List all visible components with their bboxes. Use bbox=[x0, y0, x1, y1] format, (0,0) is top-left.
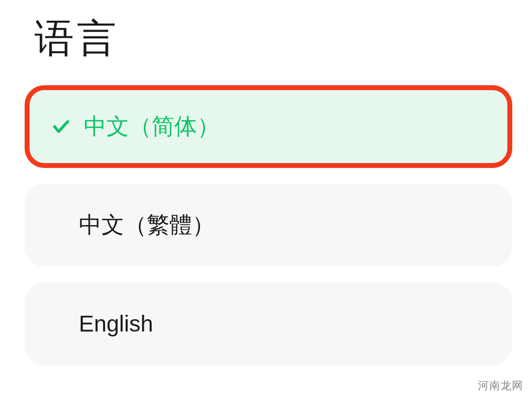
language-option-traditional-chinese[interactable]: 中文（繁體） bbox=[25, 184, 512, 266]
check-icon bbox=[51, 117, 71, 136]
page-title: 语言 bbox=[34, 12, 512, 66]
language-option-english[interactable]: English bbox=[25, 282, 512, 365]
option-label: 中文（简体） bbox=[84, 111, 220, 142]
option-label: English bbox=[79, 310, 153, 337]
language-option-simplified-chinese[interactable]: 中文（简体） bbox=[25, 85, 512, 168]
language-option-list: 中文（简体） 中文（繁體） English bbox=[25, 85, 512, 365]
watermark-text: 河南龙网 bbox=[478, 378, 523, 393]
option-label: 中文（繁體） bbox=[79, 210, 215, 240]
